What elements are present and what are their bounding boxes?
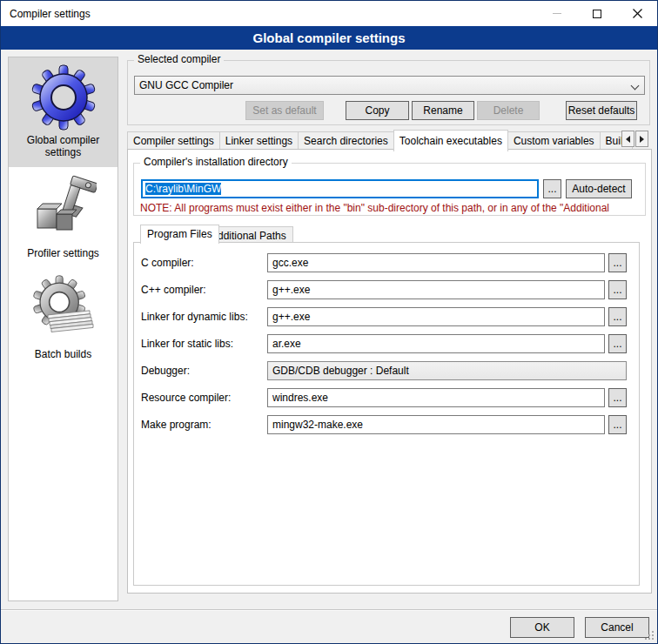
installation-directory-input[interactable]: C:\raylib\MinGW (141, 179, 539, 198)
field-row-debugger: Debugger: GDB/CDB debugger : Default (141, 361, 627, 380)
cpp-compiler-label: C++ compiler: (141, 284, 267, 296)
linker-static-browse-button[interactable]: ... (608, 334, 627, 353)
field-row-make-program: Make program: ... (141, 415, 627, 434)
tab-scroll-right-button[interactable] (635, 131, 648, 147)
close-icon (633, 9, 642, 18)
selected-compiler-group: Selected compiler GNU GCC Compiler Set a… (127, 60, 650, 125)
selected-compiler-legend: Selected compiler (134, 53, 224, 65)
linker-dynamic-browse-button[interactable]: ... (608, 307, 627, 326)
set-as-default-button[interactable]: Set as default (245, 101, 324, 120)
installation-directory-value: C:\raylib\MinGW (145, 183, 221, 195)
chevron-down-icon (631, 82, 640, 91)
delete-button[interactable]: Delete (477, 101, 540, 120)
sidebar-item-global-compiler-settings[interactable]: Global compiler settings (9, 57, 118, 167)
cpp-compiler-browse-button[interactable]: ... (608, 280, 627, 299)
make-program-label: Make program: (141, 419, 267, 431)
resource-compiler-label: Resource compiler: (141, 392, 267, 404)
blue-gear-icon (30, 64, 97, 131)
linker-dynamic-input[interactable] (267, 307, 605, 326)
tab-program-files[interactable]: Program Files (140, 225, 219, 244)
debugger-label: Debugger: (141, 365, 267, 377)
linker-static-input[interactable] (267, 334, 605, 353)
field-row-resource-compiler: Resource compiler: ... (141, 388, 627, 407)
field-row-linker-dynamic: Linker for dynamic libs: ... (141, 307, 627, 326)
maximize-icon (593, 10, 601, 18)
arrow-right-icon (640, 136, 644, 143)
close-button[interactable] (617, 1, 657, 26)
compiler-select-value: GNU GCC Compiler (139, 79, 233, 91)
auto-detect-button[interactable]: Auto-detect (566, 179, 632, 198)
settings-category-list: Global compiler settings Profiler settin… (8, 57, 118, 601)
program-files-panel: C compiler: ... C++ compiler: ... Linker… (133, 242, 640, 586)
profiler-caliper-icon (30, 174, 97, 244)
resource-compiler-input[interactable] (267, 388, 605, 407)
browse-directory-button[interactable]: ... (543, 179, 561, 198)
field-row-c-compiler: C compiler: ... (141, 253, 627, 272)
tab-scroll-buttons (621, 131, 648, 147)
make-program-browse-button[interactable]: ... (608, 415, 627, 434)
compiler-select[interactable]: GNU GCC Compiler (134, 76, 645, 95)
sidebar-item-label: Global compiler settings (10, 134, 116, 158)
minimize-icon (553, 13, 561, 14)
tab-toolchain-executables[interactable]: Toolchain executables (393, 130, 508, 151)
settings-tabstrip: Compiler settings Linker settings Search… (127, 130, 632, 150)
sidebar-item-label: Batch builds (10, 348, 116, 360)
c-compiler-browse-button[interactable]: ... (608, 253, 627, 272)
debugger-select-value: GDB/CDB debugger : Default (272, 365, 409, 377)
c-compiler-input[interactable] (267, 253, 605, 272)
make-program-input[interactable] (267, 415, 605, 434)
window-title: Compiler settings (10, 8, 91, 20)
minimize-button[interactable] (537, 1, 577, 26)
titlebar: Compiler settings (1, 1, 657, 26)
sidebar-item-profiler-settings[interactable]: Profiler settings (9, 167, 118, 268)
installation-directory-legend: Compiler's installation directory (140, 156, 292, 168)
cancel-button[interactable]: Cancel (585, 617, 649, 638)
ok-button[interactable]: OK (510, 617, 574, 638)
c-compiler-label: C compiler: (141, 257, 267, 269)
field-row-linker-static: Linker for static libs: ... (141, 334, 627, 353)
resize-grip[interactable] (644, 630, 655, 641)
debugger-select[interactable]: GDB/CDB debugger : Default (267, 361, 627, 380)
page-title: Global compiler settings (1, 26, 657, 50)
sidebar-item-label: Profiler settings (10, 247, 116, 259)
linker-dynamic-label: Linker for dynamic libs: (141, 311, 267, 323)
tab-compiler-settings[interactable]: Compiler settings (127, 131, 220, 150)
resource-compiler-browse-button[interactable]: ... (608, 388, 627, 407)
arrow-left-icon (626, 136, 630, 143)
tab-scroll-left-button[interactable] (621, 131, 634, 147)
field-row-cpp-compiler: C++ compiler: ... (141, 280, 627, 299)
installation-directory-group: Compiler's installation directory C:\ray… (133, 163, 646, 216)
copy-button[interactable]: Copy (346, 101, 409, 120)
reset-defaults-button[interactable]: Reset defaults (566, 101, 637, 120)
tab-linker-settings[interactable]: Linker settings (219, 131, 299, 150)
cpp-compiler-input[interactable] (267, 280, 605, 299)
footer-divider (1, 609, 657, 611)
bin-subdirectory-note: NOTE: All programs must exist either in … (140, 202, 641, 214)
maximize-button[interactable] (577, 1, 617, 26)
tab-search-directories[interactable]: Search directories (298, 131, 394, 150)
compiler-settings-dialog: Compiler settings Global compiler settin… (0, 0, 658, 644)
batch-builds-gear-icon (30, 275, 97, 345)
linker-static-label: Linker for static libs: (141, 338, 267, 350)
rename-button[interactable]: Rename (412, 101, 474, 120)
sidebar-item-batch-builds[interactable]: Batch builds (9, 268, 118, 369)
tab-custom-variables[interactable]: Custom variables (507, 131, 601, 150)
